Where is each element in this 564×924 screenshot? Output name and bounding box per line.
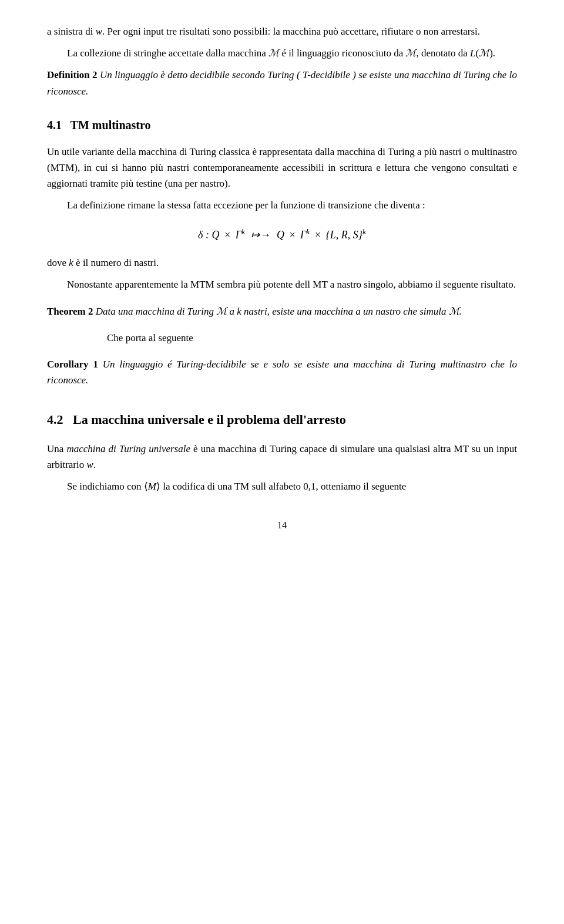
definition-2-block: Definition 2 Un linguaggio è detto decid… (47, 67, 517, 99)
theorem-2-text: Theorem 2 Data una macchina di Turing ℳ … (47, 303, 517, 319)
corollary-1-text: Corollary 1 Un linguaggio é Turing-decid… (47, 356, 517, 388)
page: a sinistra di w. Per ogni input tre risu… (0, 0, 564, 924)
definition-2-text: Definition 2 Un linguaggio è detto decid… (47, 67, 517, 99)
theorem-2-block: Theorem 2 Data una macchina di Turing ℳ … (47, 303, 517, 319)
connector-text: Che porta al seguente (87, 330, 517, 346)
intro-paragraph-2: La collezione di stringhe accettate dall… (47, 45, 517, 61)
transition-formula: δ : Q × Γk ↦→ Q × Γk × {L, R, S}k (198, 225, 366, 244)
formula-block: δ : Q × Γk ↦→ Q × Γk × {L, R, S}k (47, 225, 517, 244)
sec42-paragraph-2: Se indichiamo con ⟨M⟩ la codifica di una… (47, 478, 517, 494)
sec41-paragraph-1: Un utile variante della macchina di Turi… (47, 144, 517, 192)
sec41-paragraph-2: La definizione rimane la stessa fatta ec… (47, 197, 517, 213)
corollary-1-block: Corollary 1 Un linguaggio é Turing-decid… (47, 356, 517, 388)
definition-2-label: Definition 2 (47, 69, 98, 80)
sec41-paragraph-4: Nonostante apparentemente la MTM sembra … (47, 276, 517, 292)
subsection-41-title: 4.1 TM multinastro (47, 116, 517, 134)
section-42-title: 4.2 La macchina universale e il problema… (47, 409, 517, 430)
subsection-41-heading: 4.1 TM multinastro (47, 116, 517, 134)
intro-paragraph-1: a sinistra di w. Per ogni input tre risu… (47, 23, 517, 39)
corollary-1-label: Corollary 1 (47, 359, 98, 370)
section-42-heading: 4.2 La macchina universale e il problema… (47, 409, 517, 430)
sec42-paragraph-1: Una macchina di Turing universale è una … (47, 441, 517, 473)
page-number: 14 (47, 518, 517, 533)
theorem-2-label: Theorem 2 (47, 306, 93, 317)
sec41-paragraph-3: dove k è il numero di nastri. (47, 255, 517, 271)
